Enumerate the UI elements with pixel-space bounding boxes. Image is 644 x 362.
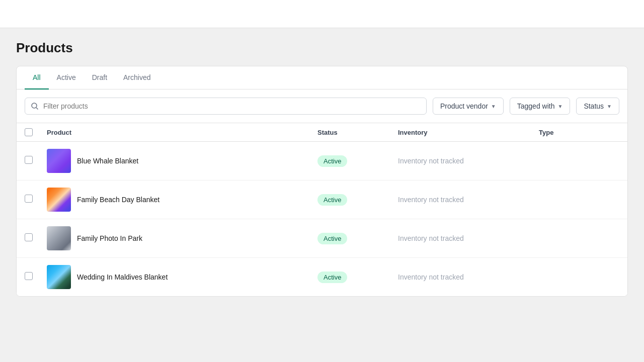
status-badge-2: Active xyxy=(317,233,347,244)
col-inventory: Inventory xyxy=(398,128,539,136)
product-name-1: Family Beach Day Blanket xyxy=(77,196,159,204)
inventory-cell-3: Inventory not tracked xyxy=(398,273,539,281)
inventory-cell-2: Inventory not tracked xyxy=(398,234,539,242)
row-checkbox-3[interactable] xyxy=(25,272,33,280)
table-body: Blue Whale Blanket Active Inventory not … xyxy=(17,142,627,296)
col-product: Product xyxy=(47,128,317,136)
row-checkbox-cell-3 xyxy=(25,272,47,282)
page-title: Products xyxy=(16,40,628,56)
product-thumbnail-3 xyxy=(47,265,71,289)
tagged-with-button[interactable]: Tagged with ▼ xyxy=(510,98,571,115)
product-name-2: Family Photo In Park xyxy=(77,234,142,242)
tab-active[interactable]: Active xyxy=(49,66,84,89)
product-cell-0: Blue Whale Blanket xyxy=(47,149,317,173)
tab-bar: All Active Draft Archived xyxy=(17,66,627,89)
row-checkbox-2[interactable] xyxy=(25,233,33,241)
row-checkbox-cell-0 xyxy=(25,156,47,166)
row-checkbox-cell-1 xyxy=(25,195,47,205)
status-cell-2: Active xyxy=(317,233,398,244)
col-status: Status xyxy=(317,128,398,136)
table-row: Wedding In Maldives Blanket Active Inven… xyxy=(17,258,627,296)
status-button[interactable]: Status ▼ xyxy=(576,98,619,115)
status-badge-3: Active xyxy=(317,272,347,283)
status-chevron-icon: ▼ xyxy=(607,104,612,109)
row-checkbox-1[interactable] xyxy=(25,195,33,203)
search-icon xyxy=(31,102,39,110)
col-type: Type xyxy=(539,128,619,136)
tagged-chevron-icon: ▼ xyxy=(557,104,562,109)
product-thumbnail-2 xyxy=(47,226,71,250)
top-bar xyxy=(0,0,644,28)
product-thumbnail-1 xyxy=(47,188,71,212)
table-row: Family Beach Day Blanket Active Inventor… xyxy=(17,180,627,219)
product-name-3: Wedding In Maldives Blanket xyxy=(77,273,168,281)
products-card: All Active Draft Archived Product vendor… xyxy=(16,66,628,297)
toolbar: Product vendor ▼ Tagged with ▼ Status ▼ xyxy=(17,89,627,123)
table-row: Family Photo In Park Active Inventory no… xyxy=(17,219,627,258)
inventory-cell-1: Inventory not tracked xyxy=(398,196,539,204)
select-all-checkbox[interactable] xyxy=(25,128,33,136)
search-wrapper xyxy=(25,98,427,115)
tab-archived[interactable]: Archived xyxy=(115,66,158,89)
table-row: Blue Whale Blanket Active Inventory not … xyxy=(17,142,627,180)
svg-line-1 xyxy=(36,108,38,110)
search-input[interactable] xyxy=(25,98,427,115)
status-cell-0: Active xyxy=(317,155,398,167)
product-vendor-button[interactable]: Product vendor ▼ xyxy=(433,98,504,115)
tab-all[interactable]: All xyxy=(25,66,49,89)
status-cell-1: Active xyxy=(317,194,398,206)
row-checkbox-cell-2 xyxy=(25,233,47,243)
status-badge-0: Active xyxy=(317,155,347,167)
product-name-0: Blue Whale Blanket xyxy=(77,157,138,165)
vendor-chevron-icon: ▼ xyxy=(491,104,496,109)
tab-draft[interactable]: Draft xyxy=(84,66,115,89)
status-badge-1: Active xyxy=(317,194,347,206)
product-cell-2: Family Photo In Park xyxy=(47,226,317,250)
table-header: Product Status Inventory Type xyxy=(17,123,627,142)
row-checkbox-0[interactable] xyxy=(25,156,33,164)
status-cell-3: Active xyxy=(317,272,398,283)
inventory-cell-0: Inventory not tracked xyxy=(398,157,539,165)
product-cell-3: Wedding In Maldives Blanket xyxy=(47,265,317,289)
product-cell-1: Family Beach Day Blanket xyxy=(47,188,317,212)
product-thumbnail-0 xyxy=(47,149,71,173)
main-content: Products All Active Draft Archived Produ… xyxy=(0,28,644,309)
svg-point-0 xyxy=(32,103,37,108)
